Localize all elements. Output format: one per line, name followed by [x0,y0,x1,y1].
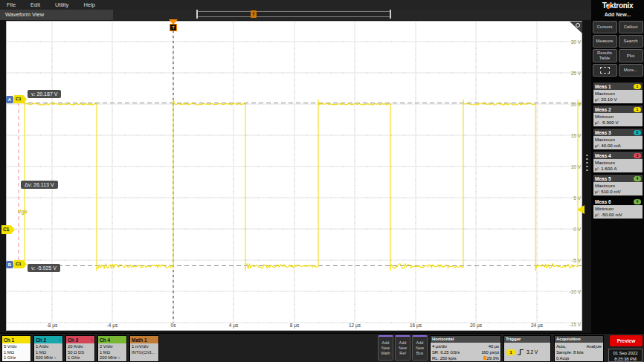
voltage-tick-label: -10 V [569,289,581,294]
channel-header: Ch 3 ↓ [66,336,94,343]
tab-waveform-view[interactable]: Waveform View [0,10,113,20]
measurement-badge[interactable]: Meas 5 4 Maximum μ': 510.0 mV [593,174,643,196]
acquisition-analyze: Analyze [586,343,602,349]
minimap-trigger-flag[interactable]: T [251,10,257,18]
add-button-line: New [413,346,427,351]
menu-bar: FileEditUtilityHelp [0,0,591,10]
add-button-line: Add [396,340,410,346]
waveform-graticule[interactable] [6,21,582,331]
channel-scale: 2 V/div [100,344,125,350]
minimap-right-bracket-icon [390,10,391,19]
measurement-stat: Maximum [595,160,643,166]
add-waveform-button[interactable]: AddNewBus [412,335,428,361]
measurement-source-badge: 4 [634,199,641,204]
voltage-tick-label: -5 V [572,258,581,263]
acquisition-badge[interactable]: Acquisition Auto,Analyze Sample: 8 bits … [554,335,604,362]
time-tick-label: 4 μs [229,323,238,328]
bandwidth-limit-icon: ~ [54,355,57,360]
measurement-name: Meas 6 [595,199,611,204]
panel-button[interactable]: Cursors [593,21,617,33]
trigger-level: 3.2 V [527,349,538,355]
bandwidth-limit-icon: ~ [118,355,120,360]
panel-button-label: Results Table [594,51,616,61]
panel-button[interactable]: Measure [593,35,617,48]
measurement-source-badge: 1 [634,84,641,89]
measurement-header: Meas 4 3 [593,152,643,159]
measurement-source-badge: 1 [634,107,641,112]
channel-badge[interactable]: Ch 1 5 V/div 1 MΩ 1 GHz [1,335,31,362]
measurement-value: μ': 40.00 mA [595,143,643,149]
panel-button-label: Search [623,39,637,44]
cursor-b-readout[interactable]: v: -5.925 V [28,264,60,272]
channel-header: Ch 4 [98,336,126,343]
add-waveform-button[interactable]: AddNewMath [378,335,393,361]
acquisition-sample: Sample: 8 bits [556,349,602,355]
settings-bar: Ch 1 5 V/div 1 MΩ 1 GHz Ch 2 ↓ [0,333,644,362]
menu-item[interactable]: Utility [55,1,68,8]
measurement-name: Meas 1 [595,84,611,89]
voltage-tick-label: 0 V [573,227,581,232]
time-tick-label: 16 μs [410,323,422,328]
channel-name: Ch 4 [100,337,110,343]
measurement-badge[interactable]: Meas 3 2 Maximum μ': 40.00 mA [593,128,643,150]
add-button-line: New [396,346,410,351]
channel-scale: 20 A/div [68,344,93,350]
horizontal-badge[interactable]: Horizontal 4 μs/div40 μs SR: 6.25 GS/s16… [430,335,501,362]
menu-item[interactable]: File [7,1,16,8]
cursor-delta-readout[interactable]: Δv: 26.113 V [21,181,58,189]
channel-badge[interactable]: Ch 4 2 V/div 1 MΩ 200 MHz ~ [97,335,127,362]
measurement-source-badge: 2 [634,130,641,135]
add-button-line: Ref [396,351,410,356]
channel-bandwidth: 500 MHz [36,355,53,360]
trigger-badge[interactable]: Trigger 1 3.2 V [503,335,551,362]
cursor-b-badge[interactable]: B [6,261,13,268]
trigger-position-flag[interactable]: T [170,24,177,31]
acquisition-mode: Auto, [556,343,567,349]
record-view-minimap[interactable]: T [196,11,391,17]
trigger-body: 1 3.2 V [504,343,550,361]
channel-badges: Ch 1 5 V/div 1 MΩ 1 GHz Ch 2 ↓ [1,335,159,362]
capture-icon [600,67,610,74]
panel-button[interactable]: Search [619,35,643,48]
menu-item[interactable]: Help [83,1,94,8]
add-waveform-button[interactable]: AddNewRef [395,335,410,361]
measurement-header: Meas 5 4 [593,175,643,182]
preview-button[interactable]: Preview [610,335,643,346]
channel-settings: 2 V/div 1 MΩ 200 MHz ~ [98,343,126,361]
panel-button[interactable] [593,64,617,77]
voltage-tick-label: 30 V [571,39,581,45]
horizontal-record-length: RL: 250 kpts [432,355,457,361]
panel-button[interactable]: Plot [619,49,643,62]
measurement-header: Meas 6 4 [593,198,643,205]
measurement-badge[interactable]: Meas 2 1 Minimum μ': -5.900 V [593,105,643,127]
panel-button-label: Callout [624,25,638,30]
minimap-left-bracket-icon [196,10,198,19]
channel-badge[interactable]: Ch 2 ↓ 1 A/div 1 MΩ 500 MHz ~ [33,335,63,362]
measurement-body: Maximum μ': 20.10 V [593,90,643,103]
scrollbar-grip[interactable] [586,155,588,171]
cursor-a-readout[interactable]: v: 20.187 V [28,90,61,98]
measurement-badge[interactable]: Meas 1 1 Maximum μ': 20.10 V [593,82,643,104]
measurement-badge[interactable]: Meas 4 3 Maximum μ': 1.600 A [593,151,643,173]
voltage-tick-label: 25 V [571,71,581,76]
trigger-level-arrow-icon[interactable] [577,205,585,214]
cursor-a-badge[interactable]: A [6,96,13,103]
menu-item[interactable]: Edit [30,1,40,8]
horizontal-body: 4 μs/div40 μs SR: 6.25 GS/s160 ps/pt RL:… [431,343,500,361]
channel-scale: 1 mV/div [132,344,157,350]
acquisition-body: Auto,Analyze Sample: 8 bits 0 Acqs [555,343,603,361]
measurement-badge[interactable]: Meas 6 4 Minimum μ': -50.00 mV [593,197,643,219]
panel-button[interactable]: Results Table [593,49,617,62]
measurement-header: Meas 1 1 [593,83,643,90]
channel-badge[interactable]: Ch 3 ↓ 20 A/div 50 Ω DS 1 GHz [65,335,95,362]
trigger-source-badge: 1 [506,349,515,355]
panel-button[interactable]: More... [619,64,643,77]
measurement-body: Minimum μ': -5.900 V [593,113,643,126]
panel-button[interactable]: Callout [619,21,643,33]
measurement-stat: Maximum [595,91,643,97]
voltage-tick-label: 15 V [571,133,581,138]
channel-badge[interactable]: Math 1 1 mV/div INTG(Ch3... [129,335,159,362]
channel-name: Ch 2 [36,337,46,343]
time-tick-label: -8 μs [47,323,58,328]
date-text: 01 Sep 2022 [609,350,642,356]
